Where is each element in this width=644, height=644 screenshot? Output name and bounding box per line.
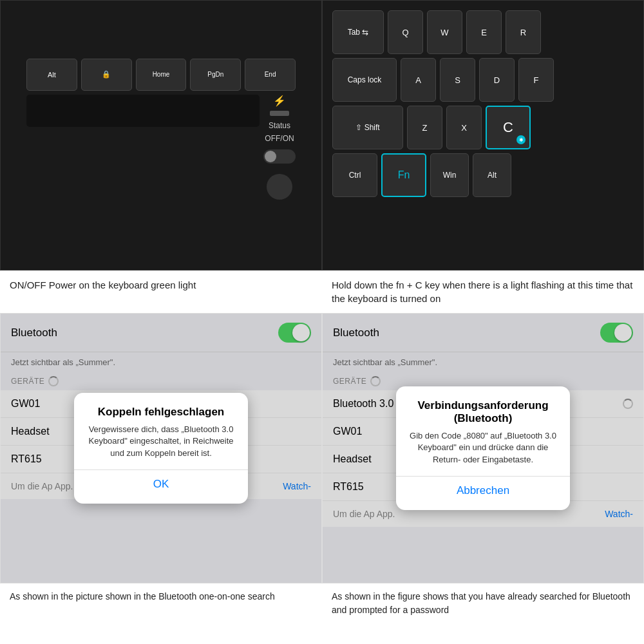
dialog-right-body: Gib den Code „8080" auf „Bluetooth 3.0 K… [409, 430, 557, 466]
dialog-right: Verbindungsanforderung (Bluetooth) Gib d… [396, 386, 570, 510]
shift-key: ⇧ Shift [332, 106, 403, 149]
win-key: Win [430, 153, 469, 197]
circle-button [267, 174, 292, 200]
r-key: R [506, 10, 541, 54]
bluetooth-icon: ✱ [516, 135, 526, 144]
bottom-left-caption-text: As shown in the picture shown in the Blu… [10, 591, 275, 601]
dialog-overlay-left: Koppeln fehlgeschlagen Vergewissere dich… [1, 314, 321, 583]
off-on-label: OFF/ON [265, 134, 294, 143]
z-key: Z [407, 106, 442, 149]
alt-key: Alt [26, 59, 77, 91]
caps-lock-key: Caps lock [332, 58, 397, 102]
fn-key: Fn [381, 153, 426, 197]
tab-key: Tab ⇆ [332, 10, 384, 54]
a-key: A [401, 58, 436, 102]
status-led [270, 111, 289, 116]
s-key: S [440, 58, 475, 102]
keyboard-image-right: Tab ⇆ Q W E R Caps lock A S D F ⇧ Shift … [322, 0, 644, 270]
top-right-caption-text: Hold down the fn + C key when there is a… [332, 279, 632, 304]
status-label: Status [269, 121, 290, 130]
top-left-caption-text: ON/OFF Power on the keyboard green light [10, 279, 196, 290]
dialog-left-body: Vergewissere dich, dass „Bluetooth 3.0 K… [87, 424, 235, 459]
dialog-left: Koppeln fehlgeschlagen Vergewissere dich… [74, 393, 248, 504]
top-right-caption: Hold down the fn + C key when there is a… [322, 270, 644, 313]
ctrl-key: Ctrl [332, 153, 377, 197]
w-key: W [427, 10, 462, 54]
dialog-right-cancel-btn[interactable]: Abbrechen [409, 477, 557, 497]
dialog-left-ok-btn[interactable]: OK [87, 470, 235, 491]
bt-panel-right: Bluetooth Jetzt sichtbar als „Summer". G… [322, 313, 644, 583]
power-toggle[interactable] [263, 149, 296, 164]
home-key: Home [136, 59, 187, 91]
trackpad-area [26, 95, 260, 127]
top-left-caption: ON/OFF Power on the keyboard green light [0, 270, 322, 313]
lock-key: 🔒 [81, 59, 132, 91]
bottom-left-caption: As shown in the picture shown in the Blu… [0, 583, 322, 623]
e-key: E [466, 10, 502, 54]
status-area: ⚡ Status OFF/ON [263, 95, 296, 213]
d-key: D [479, 58, 515, 102]
c-key: C ✱ [486, 106, 531, 149]
keyboard-image-left: Alt 🔒 Home PgDn End ⚡ Status OFF/ON [0, 0, 322, 270]
q-key: Q [388, 10, 423, 54]
pgdn-key: PgDn [190, 59, 241, 91]
bottom-right-caption: As shown in the figure shows that you ha… [322, 583, 644, 623]
bt-panel-left: Bluetooth Jetzt sichtbar als „Summer". G… [0, 313, 322, 583]
dialog-overlay-right: Verbindungsanforderung (Bluetooth) Gib d… [323, 314, 643, 583]
end-key: End [245, 59, 296, 91]
dialog-left-title: Koppeln fehlgeschlagen [87, 406, 235, 419]
toggle-knob [265, 151, 276, 162]
f-key: F [518, 58, 554, 102]
dialog-right-title: Verbindungsanforderung (Bluetooth) [409, 399, 557, 425]
x-key: X [446, 106, 482, 149]
bottom-right-caption-text: As shown in the figure shows that you ha… [332, 591, 630, 615]
alt-key-right: Alt [473, 153, 511, 197]
lightning-icon: ⚡ [273, 95, 286, 107]
